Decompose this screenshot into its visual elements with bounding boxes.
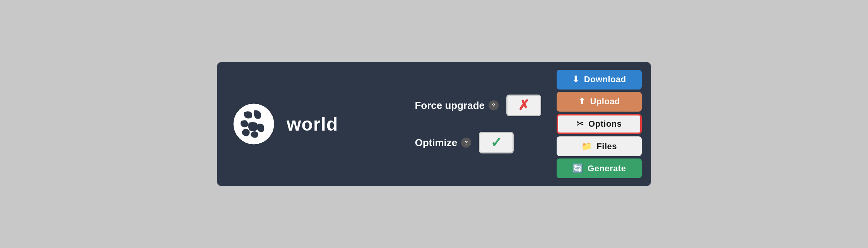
options-button[interactable]: ✂ Options bbox=[557, 114, 642, 134]
x-icon: ✗ bbox=[518, 97, 530, 114]
generate-icon: 🔄 bbox=[572, 164, 583, 174]
optimize-label: Optimize ? bbox=[415, 137, 471, 149]
files-button[interactable]: 📁 Files bbox=[557, 136, 642, 156]
force-upgrade-label: Force upgrade ? bbox=[415, 100, 499, 112]
toggles-section: Force upgrade ? ✗ Optimize ? ✓ bbox=[415, 95, 541, 153]
optimize-toggle[interactable]: ✓ bbox=[479, 132, 514, 153]
main-card: world Force upgrade ? ✗ Optimize ? ✓ bbox=[217, 62, 651, 186]
generate-button[interactable]: 🔄 Generate bbox=[557, 158, 642, 178]
download-icon: ⬇ bbox=[572, 74, 579, 84]
upload-icon: ⬆ bbox=[578, 96, 586, 107]
left-section: world bbox=[232, 103, 415, 145]
globe-icon bbox=[232, 103, 275, 145]
download-button[interactable]: ⬇ Download bbox=[557, 70, 642, 90]
optimize-help[interactable]: ? bbox=[461, 138, 471, 148]
optimize-row: Optimize ? ✓ bbox=[415, 132, 514, 153]
world-title: world bbox=[287, 114, 338, 135]
force-upgrade-toggle[interactable]: ✗ bbox=[506, 95, 541, 116]
force-upgrade-row: Force upgrade ? ✗ bbox=[415, 95, 541, 116]
files-icon: 📁 bbox=[581, 141, 592, 152]
options-icon: ✂ bbox=[576, 119, 584, 129]
upload-button[interactable]: ⬆ Upload bbox=[557, 92, 642, 112]
right-panel: ⬇ Download ⬆ Upload ✂ Options 📁 Files 🔄 … bbox=[557, 62, 651, 186]
force-upgrade-help[interactable]: ? bbox=[489, 100, 499, 110]
check-icon: ✓ bbox=[490, 134, 502, 151]
